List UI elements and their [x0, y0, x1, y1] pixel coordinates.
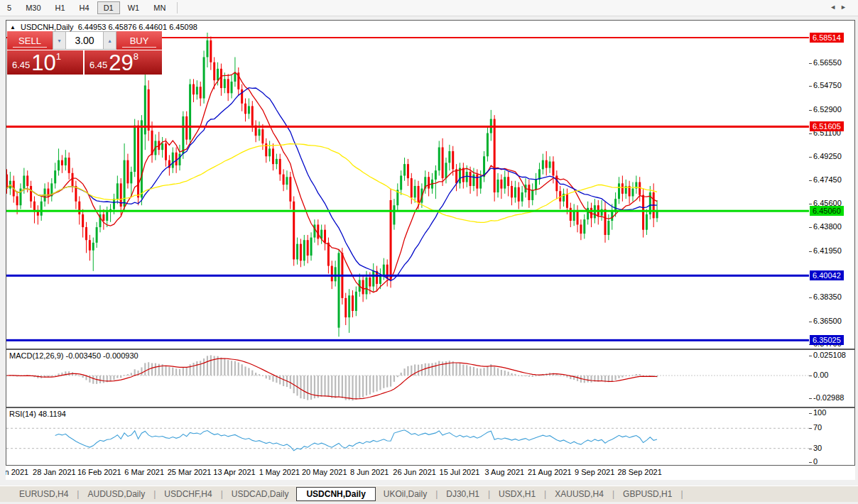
buy-price-prefix: 6.45 — [89, 60, 107, 70]
price-tick-label: 6.36500 — [813, 317, 842, 325]
time-axis-label: 16 Feb 2021 — [77, 468, 121, 476]
price-axis: 6.565506.547506.529006.511006.492506.474… — [809, 20, 855, 349]
rsi-axis-label: 100 — [813, 408, 826, 417]
price-level-badge: 6.58514 — [810, 33, 844, 43]
rsi-axis-label: 70 — [813, 423, 822, 432]
chart-tab-usdchf[interactable]: USDCHF,H4 — [156, 488, 219, 500]
timeframe-button-h1[interactable]: H1 — [49, 1, 72, 14]
timeframe-button-d1[interactable]: D1 — [97, 1, 120, 14]
tab-separator: | — [221, 489, 223, 499]
buy-price-box[interactable]: 6.45 29 8 — [85, 50, 162, 75]
timeframe-toolbar: 5M30H1H4D1W1MN — [0, 0, 858, 16]
ohlc-high: 6.45876 — [109, 23, 137, 31]
tab-separator: | — [488, 489, 490, 499]
volume-input[interactable]: 3.00 — [66, 31, 103, 50]
price-level-badge: 6.35025 — [810, 335, 844, 345]
chart-tab-ukoil[interactable]: UKOil,Daily — [376, 488, 435, 500]
sell-button[interactable]: SELL — [7, 31, 53, 50]
symbol-header: ▲ USDCNH,Daily 6.44953 6.45876 6.44601 6… — [10, 23, 197, 31]
tab-scroll-arrows[interactable]: ◄► — [830, 4, 851, 11]
timeframe-button-mn[interactable]: MN — [147, 1, 172, 14]
macd-axis-label: 0.025108 — [813, 351, 846, 359]
chart-tab-usdcnh[interactable]: USDCNH,Daily — [296, 487, 375, 501]
buy-price-big: 29 — [109, 53, 133, 72]
macd-axis-label: 0.00 — [813, 371, 828, 379]
sell-price-pipette: 1 — [56, 51, 61, 62]
volume-increase-button[interactable]: ▴ — [103, 31, 116, 50]
tab-separator: | — [544, 489, 546, 499]
chart-tab-audusd[interactable]: AUDUSD,Daily — [80, 488, 153, 500]
rsi-label: RSI(14) 48.1194 — [9, 410, 66, 418]
time-axis-label: 6 Mar 2021 — [124, 468, 164, 476]
symbol-name: USDCNH,Daily — [21, 23, 74, 31]
ohlc-close: 6.45098 — [169, 23, 197, 31]
tab-separator: | — [612, 489, 614, 499]
timeframe-button-5[interactable]: 5 — [1, 1, 18, 14]
time-axis-label: 8 Jun 2021 — [350, 468, 389, 476]
rsi-axis-label: 30 — [813, 444, 822, 452]
price-tick-label: 6.38350 — [813, 292, 842, 301]
price-level-badge: 6.51605 — [810, 121, 844, 131]
price-level-badge: 6.45060 — [810, 206, 844, 216]
rsi-axis: 10070300 — [809, 407, 855, 466]
time-axis-label: 21 Aug 2021 — [528, 468, 572, 476]
timeframe-button-w1[interactable]: W1 — [121, 1, 146, 14]
sell-price-box[interactable]: 6.45 10 1 — [7, 50, 83, 75]
chart-tab-xauusd[interactable]: XAUUSD,H4 — [547, 488, 612, 500]
toolbar-separator — [177, 2, 178, 13]
time-axis-label: 9 Jan 2021 — [6, 468, 28, 476]
macd-panel[interactable]: MACD(12,26,9) -0.003450 -0.000930 — [6, 349, 810, 407]
chart-tab-bar: EURUSD,H4|AUDUSD,Daily|USDCHF,H4|USDCAD,… — [0, 486, 858, 502]
time-axis-label: 3 Aug 2021 — [485, 468, 525, 476]
one-click-trade-widget: SELL ▾ 3.00 ▴ BUY 6.45 10 1 6.45 29 8 — [7, 31, 162, 75]
time-axis-label: 9 Sep 2021 — [575, 468, 614, 476]
time-axis-label: 13 Apr 2021 — [213, 468, 255, 476]
sell-price-prefix: 6.45 — [12, 60, 30, 70]
price-tick-label: 6.52900 — [813, 105, 842, 114]
rsi-axis-label: 0 — [813, 457, 818, 466]
tab-separator: | — [435, 489, 438, 499]
price-tick-label: 6.41950 — [813, 246, 842, 255]
chart-tab-gbpusd[interactable]: GBPUSD,H1 — [615, 488, 680, 500]
buy-price-pipette: 8 — [134, 51, 139, 62]
collapse-arrow-icon[interactable]: ▲ — [10, 24, 16, 31]
chart-tab-usdx[interactable]: USDX,H1 — [491, 488, 543, 500]
time-axis-label: 25 Mar 2021 — [168, 468, 212, 476]
time-axis-label: 26 Jun 2021 — [393, 468, 436, 476]
ohlc-low: 6.44601 — [139, 23, 167, 31]
time-axis-label: 28 Sep 2021 — [617, 468, 661, 476]
macd-axis-label: -0.02988 — [813, 393, 844, 402]
volume-decrease-button[interactable]: ▾ — [53, 31, 66, 50]
sell-price-big: 10 — [31, 53, 55, 72]
tab-separator: | — [153, 489, 156, 499]
time-axis-label: 1 May 2021 — [259, 468, 300, 476]
time-axis-label: 28 Jan 2021 — [33, 468, 76, 476]
price-tick-label: 6.56550 — [813, 58, 842, 67]
macd-axis: 0.0251080.00-0.02988 — [809, 349, 855, 407]
chart-tab-usdcad[interactable]: USDCAD,Daily — [224, 488, 297, 500]
tab-separator: | — [680, 489, 683, 499]
time-axis-label: 15 Jul 2021 — [440, 468, 480, 476]
timeframe-button-h4[interactable]: H4 — [73, 1, 96, 14]
tab-separator: | — [77, 489, 79, 499]
chart-tab-dj30[interactable]: DJ30,H1 — [438, 488, 487, 500]
time-axis: 9 Jan 202128 Jan 202116 Feb 20216 Mar 20… — [6, 466, 855, 480]
price-tick-label: 6.54750 — [813, 81, 842, 89]
price-tick-label: 6.47450 — [813, 175, 842, 184]
tab-scroll-right-icon[interactable]: ► — [840, 4, 851, 11]
price-tick-label: 6.49250 — [813, 152, 842, 160]
time-axis-label: 20 May 2021 — [302, 468, 347, 476]
macd-label: MACD(12,26,9) -0.003450 -0.000930 — [9, 351, 139, 360]
buy-button[interactable]: BUY — [116, 31, 162, 50]
chart-tab-eurusd[interactable]: EURUSD,H4 — [11, 488, 76, 500]
price-level-badge: 6.40042 — [810, 270, 844, 280]
ohlc-open: 6.44953 — [78, 23, 107, 31]
timeframe-button-m30[interactable]: M30 — [19, 1, 47, 14]
tab-scroll-left-icon[interactable]: ◄ — [830, 4, 840, 11]
price-tick-label: 6.43800 — [813, 222, 842, 231]
rsi-panel[interactable]: RSI(14) 48.1194 — [6, 407, 810, 466]
